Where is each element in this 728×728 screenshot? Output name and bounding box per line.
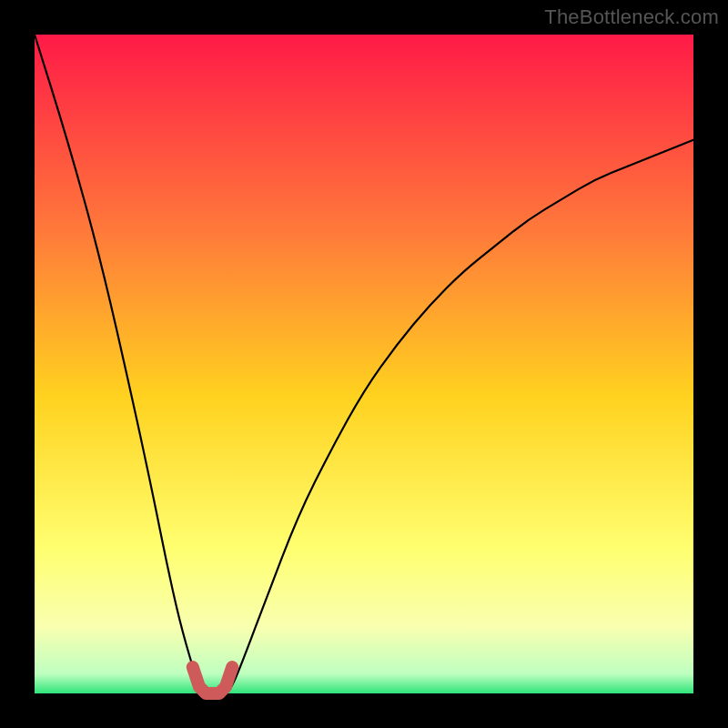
- chart-frame: TheBottleneck.com: [0, 0, 728, 728]
- chart-svg: [0, 0, 728, 728]
- watermark-text: TheBottleneck.com: [544, 5, 719, 29]
- plot-background: [35, 35, 693, 693]
